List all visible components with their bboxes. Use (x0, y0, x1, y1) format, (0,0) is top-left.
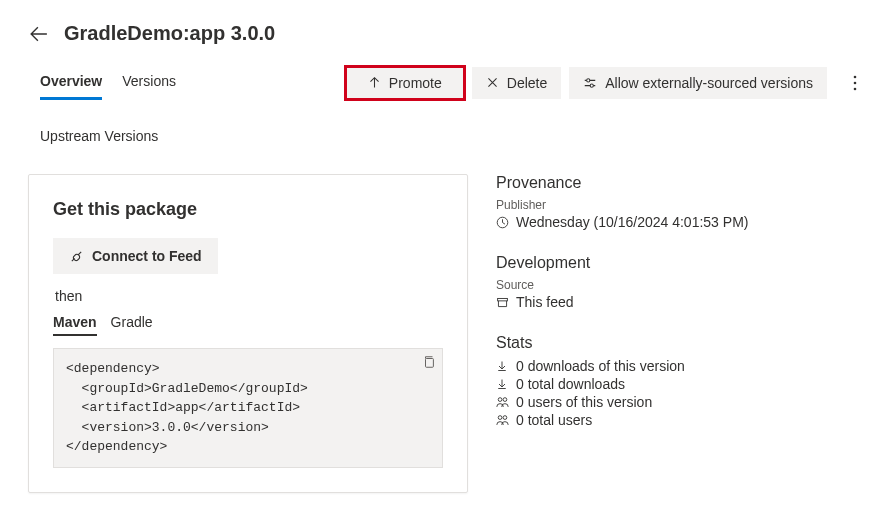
plug-icon (69, 249, 84, 264)
delete-label: Delete (507, 75, 547, 91)
action-buttons: Promote Delete Allow externally-sourced … (346, 67, 865, 99)
svg-point-2 (854, 75, 857, 78)
source-value: This feed (516, 294, 574, 310)
svg-rect-7 (498, 298, 508, 300)
development-heading: Development (496, 254, 857, 272)
page-title: GradleDemo:app 3.0.0 (64, 22, 275, 45)
upstream-versions-heading: Upstream Versions (0, 100, 895, 144)
allow-external-label: Allow externally-sourced versions (605, 75, 813, 91)
tab-overview[interactable]: Overview (40, 73, 102, 100)
stat-downloads-total: 0 total downloads (496, 376, 857, 392)
stat-users-total: 0 total users (496, 412, 857, 428)
content-area: Get this package Connect to Feed then Ma… (0, 144, 895, 493)
feed-icon (496, 296, 510, 309)
card-title: Get this package (53, 199, 443, 220)
svg-point-3 (854, 81, 857, 84)
x-icon (486, 76, 499, 89)
promote-label: Promote (389, 75, 442, 91)
delete-button[interactable]: Delete (472, 67, 561, 99)
svg-point-8 (498, 398, 502, 402)
stats-section: Stats 0 downloads of this version 0 tota… (496, 334, 857, 428)
sliders-icon (583, 76, 597, 90)
source-label: Source (496, 278, 857, 292)
stat-users-version: 0 users of this version (496, 394, 857, 410)
svg-point-4 (854, 87, 857, 90)
svg-point-9 (503, 398, 507, 402)
stat-value: 0 total downloads (516, 376, 625, 392)
tab-versions[interactable]: Versions (122, 73, 176, 100)
users-icon (496, 396, 510, 408)
then-text: then (55, 288, 443, 304)
svg-point-10 (498, 416, 502, 420)
source-line: This feed (496, 294, 857, 310)
copy-icon[interactable] (422, 355, 436, 369)
arrow-up-icon (368, 76, 381, 89)
back-arrow-icon[interactable] (30, 25, 48, 43)
users-icon (496, 414, 510, 426)
page-header: GradleDemo:app 3.0.0 (0, 0, 895, 55)
info-panel: Provenance Publisher Wednesday (10/16/20… (488, 174, 865, 493)
published-at-value: Wednesday (10/16/2024 4:01:53 PM) (516, 214, 748, 230)
promote-button[interactable]: Promote (346, 67, 464, 99)
stat-downloads-version: 0 downloads of this version (496, 358, 857, 374)
dependency-snippet: <dependency> <groupId>GradleDemo</groupI… (53, 348, 443, 468)
controls-row: Overview Versions Promote Delete Allow e… (0, 55, 895, 100)
published-at-line: Wednesday (10/16/2024 4:01:53 PM) (496, 214, 857, 230)
provenance-section: Provenance Publisher Wednesday (10/16/20… (496, 174, 857, 230)
publisher-label: Publisher (496, 198, 857, 212)
svg-point-1 (590, 84, 593, 87)
svg-point-11 (503, 416, 507, 420)
download-icon (496, 378, 510, 390)
subtab-maven[interactable]: Maven (53, 314, 97, 336)
development-section: Development Source This feed (496, 254, 857, 310)
stats-heading: Stats (496, 334, 857, 352)
code-content: <dependency> <groupId>GradleDemo</groupI… (66, 361, 308, 454)
download-icon (496, 360, 510, 372)
package-format-tabs: Maven Gradle (53, 314, 443, 336)
connect-label: Connect to Feed (92, 248, 202, 264)
subtab-gradle[interactable]: Gradle (111, 314, 153, 336)
stat-value: 0 downloads of this version (516, 358, 685, 374)
more-menu-icon[interactable] (845, 69, 865, 97)
svg-point-0 (587, 78, 590, 81)
provenance-heading: Provenance (496, 174, 857, 192)
allow-external-button[interactable]: Allow externally-sourced versions (569, 67, 827, 99)
get-package-card: Get this package Connect to Feed then Ma… (28, 174, 468, 493)
connect-to-feed-button[interactable]: Connect to Feed (53, 238, 218, 274)
svg-rect-5 (426, 359, 434, 368)
stat-value: 0 total users (516, 412, 592, 428)
tab-bar: Overview Versions (40, 73, 176, 100)
clock-icon (496, 216, 510, 229)
stat-value: 0 users of this version (516, 394, 652, 410)
